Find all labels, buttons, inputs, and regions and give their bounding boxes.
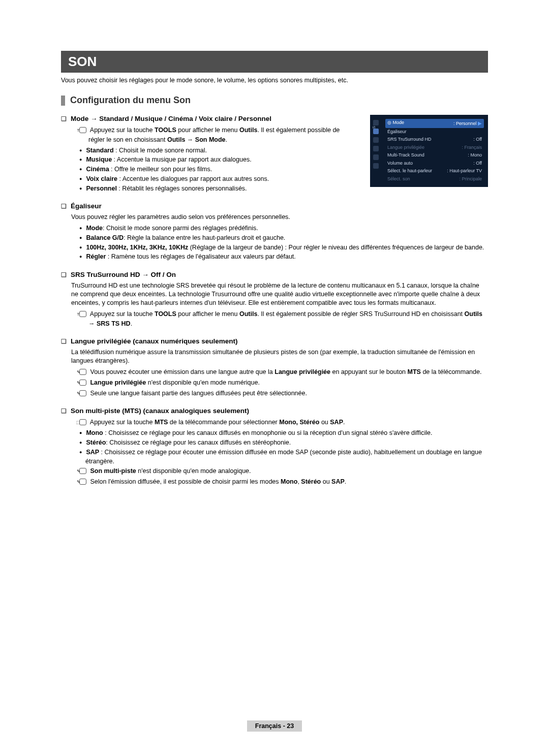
section-heading: Configuration du menu Son	[70, 95, 191, 106]
note-icon: ✎	[79, 468, 86, 474]
note-line: ✎ Son multi-piste n'est disponible qu'en…	[79, 466, 488, 476]
mode-list: Standard : Choisit le mode sonore normal…	[79, 146, 346, 194]
remote-tip: ⬚ Appuyez sur la touche MTS de la téléco…	[79, 418, 488, 427]
page-number: Français - 23	[247, 720, 302, 732]
list-item: Cinéma : Offre le meilleur son pour les …	[79, 165, 346, 174]
osd-icon	[373, 154, 379, 160]
page-title: SON	[61, 51, 488, 73]
osd-icon	[373, 146, 379, 151]
note-line: ✎ Selon l'émission diffusée, il est poss…	[79, 477, 488, 487]
sub-heading-srs: SRS TruSurround HD → Off / On	[61, 271, 488, 278]
note-icon: ✎	[79, 390, 86, 396]
note-icon: ✎	[79, 479, 86, 485]
osd-row: Volume auto: Off	[385, 160, 484, 168]
section-heading-row: Configuration du menu Son	[61, 95, 488, 106]
list-item: Balance G/D: Règle la balance entre les …	[79, 233, 488, 243]
chevron-right-icon: ▶	[478, 120, 482, 126]
tools-icon: T	[79, 311, 86, 317]
tools-tip: T Appuyez sur la touche TOOLS pour affic…	[79, 125, 346, 145]
list-item: Voix claire : Accentue les dialogues par…	[79, 174, 346, 184]
mts-list: Mono : Choisissez ce réglage pour les ca…	[79, 428, 488, 466]
osd-row: Sélect. son: Principale	[385, 175, 484, 183]
list-item: Musique : Accentue la musique par rappor…	[79, 155, 346, 165]
osd-icon	[373, 120, 379, 125]
remote-icon: ⬚	[79, 419, 86, 425]
sub-heading-langue: Langue privilégiée (canaux numériques se…	[61, 337, 488, 345]
section-accent-bar	[61, 96, 65, 106]
srs-desc: TruSurround HD est une technologie SRS b…	[71, 281, 488, 307]
list-item: 100Hz, 300Hz, 1KHz, 3KHz, 10KHz (Réglage…	[79, 243, 488, 253]
osd-row: SRS TruSurround HD: Off	[385, 136, 484, 144]
note-line: ✎ Seule une langue faisant partie des la…	[79, 389, 488, 398]
note-line: ✎ Vous pouvez écouter une émission dans …	[79, 367, 488, 377]
osd-row: Langue privilégiée: Français	[385, 144, 484, 152]
osd-row: Égaliseur	[385, 128, 484, 136]
osd-icon-sidebar	[372, 120, 379, 169]
tools-icon: T	[79, 127, 86, 133]
egaliseur-desc: Vous pouvez régler les paramètres audio …	[71, 213, 488, 222]
langue-desc: La télédiffusion numérique assure la tra…	[71, 348, 488, 365]
list-item: Régler : Ramène tous les réglages de l'é…	[79, 252, 488, 262]
egaliseur-list: Mode: Choisit le mode sonore parmi des r…	[79, 224, 488, 262]
list-item: Stéréo: Choisissez ce réglage pour les c…	[79, 438, 488, 448]
osd-row-mode: ◎ Mode : Personnel ▶	[385, 119, 484, 128]
list-item: SAP : Choisissez ce réglage pour écouter…	[79, 448, 488, 467]
osd-bullet-icon: ◎	[387, 120, 393, 125]
sub-heading-egaliseur: Égaliseur	[61, 202, 488, 210]
list-item: Mode: Choisit le mode sonore parmi des r…	[79, 224, 488, 233]
osd-icon	[373, 137, 379, 143]
tools-tip: T Appuyez sur la touche TOOLS pour affic…	[79, 309, 488, 329]
intro-text: Vous pouvez choisir les réglages pour le…	[61, 77, 488, 84]
page-footer: Français - 23	[0, 720, 549, 732]
list-item: Standard : Choisit le mode sonore normal…	[79, 146, 346, 155]
osd-row: Multi-Track Sound: Mono	[385, 151, 484, 160]
osd-row: Sélect. le haut-parleur: Haut-parleur TV	[385, 167, 484, 175]
note-line: ✎ Langue privilégiée n'est disponible qu…	[79, 378, 488, 388]
sub-heading-mode: Mode → Standard / Musique / Cinéma / Voi…	[61, 115, 346, 122]
note-icon: ✎	[79, 380, 86, 386]
note-icon: ✎	[79, 369, 86, 375]
list-item: Mono : Choisissez ce réglage pour les ca…	[79, 428, 488, 438]
sub-heading-mts: Son multi-piste (MTS) (canaux analogique…	[61, 407, 488, 415]
osd-icon	[373, 163, 379, 169]
osd-screenshot: Son ◎ Mode : Personnel ▶ Égaliseur SRS T…	[370, 115, 488, 187]
list-item: Personnel : Rétablit les réglages sonore…	[79, 184, 346, 194]
osd-icon	[373, 129, 379, 134]
